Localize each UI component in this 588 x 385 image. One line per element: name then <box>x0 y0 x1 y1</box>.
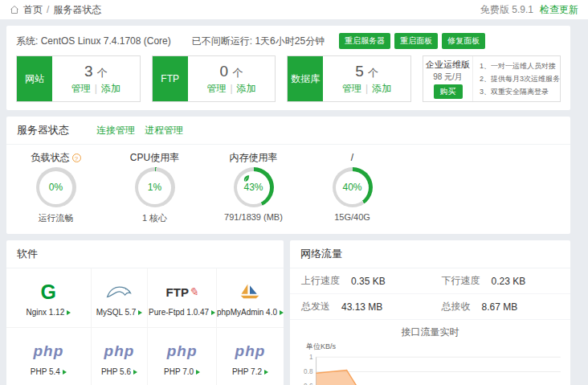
enterprise-price: 98 元/月 <box>433 72 463 83</box>
gauge-cpu-title: CPU使用率 <box>130 151 179 165</box>
network-traffic-panel: 网络流量 上行速度0.35 KB 下行速度0.23 KB 总发送43.13 MB… <box>290 240 570 385</box>
running-status-icon <box>211 310 215 315</box>
ftp-flag: FTP <box>153 56 188 101</box>
enterprise-upsell-card: 企业运维版 98 元/月 购买 1、一对一运维人员对接 2、提供每月3次运维服务… <box>423 55 561 102</box>
link-divider: | <box>230 83 232 94</box>
software-grid: G Nginx 1.12 MySQL 5.7 FTP✎ Pure-Ftpd 1.… <box>6 268 284 385</box>
enterprise-feature: 1、一对一运维人员对接 <box>480 61 560 72</box>
running-status-icon <box>280 310 284 315</box>
chart-title: 接口流量实时 <box>295 326 566 339</box>
database-manage-link[interactable]: 管理 <box>342 83 361 94</box>
breadcrumb-current: 服务器状态 <box>53 3 101 17</box>
gauge-disk-title: / <box>351 152 353 163</box>
php-icon: php <box>104 338 135 364</box>
tab-connection-manage[interactable]: 连接管理 <box>96 124 135 137</box>
topbar-right: 免费版 5.9.1 检查更新 <box>480 3 578 17</box>
repair-panel-button[interactable]: 修复面板 <box>442 33 485 49</box>
software-item-php70[interactable]: php PHP 7.0 <box>148 328 217 385</box>
enterprise-title: 企业运维版 <box>426 59 470 71</box>
overview-panel: 系统: CentOS Linux 7.4.1708 (Core) 已不间断运行:… <box>6 26 570 110</box>
website-manage-link[interactable]: 管理 <box>71 83 91 94</box>
mysql-icon <box>106 279 132 305</box>
running-status-icon <box>264 370 268 375</box>
php-icon: php <box>235 338 266 364</box>
stat-card-ftp: FTP 0 个 管理|添加 <box>152 55 276 102</box>
version-label: 免费版 5.9.1 <box>480 3 533 17</box>
network-traffic-title: 网络流量 <box>300 247 342 261</box>
php-icon: php <box>167 338 198 364</box>
stat-card-website: 网站 3 个 管理|添加 <box>16 55 141 102</box>
traffic-chart-area: 接口流量实时 单位KB/s 00.20.40.60.8117:32:1117:3… <box>290 320 570 385</box>
software-item-nginx[interactable]: G Nginx 1.12 <box>6 268 92 328</box>
cpu-cores-text: 1 核心 <box>142 212 167 224</box>
traffic-chart: 00.20.40.60.8117:32:1117:32:1617:32:2017… <box>295 352 566 385</box>
gauges-row: 负载状态 ? 0% 运行流畅 CPU使用率 1% 1 核心 <box>6 145 570 234</box>
bt-panel-dashboard: 首页 / 服务器状态 免费版 5.9.1 检查更新 系统: CentOS Lin… <box>0 0 588 385</box>
breadcrumb-separator: / <box>47 4 49 15</box>
software-item-mysql[interactable]: MySQL 5.7 <box>92 268 149 328</box>
gauge-disk-root: / 40% 15G/40G <box>303 151 402 224</box>
svg-text:0.6: 0.6 <box>304 382 313 385</box>
memory-usage-text: 791/1839 (MB) <box>224 212 283 222</box>
running-status-icon <box>133 370 137 375</box>
svg-text:1: 1 <box>309 353 313 361</box>
total-sent: 总发送43.13 MB <box>290 294 431 320</box>
load-help-icon[interactable]: ? <box>72 154 81 162</box>
software-item-php72[interactable]: php PHP 7.2 <box>217 328 284 385</box>
server-status-title: 服务器状态 <box>17 123 69 137</box>
website-add-link[interactable]: 添加 <box>101 83 120 94</box>
website-flag: 网站 <box>17 56 52 101</box>
load-status-text: 运行流畅 <box>39 212 74 224</box>
check-update-link[interactable]: 检查更新 <box>540 3 578 17</box>
software-item-php54[interactable]: php PHP 5.4 <box>6 328 92 385</box>
tab-process-manage[interactable]: 进程管理 <box>145 124 183 137</box>
system-action-buttons: 重启服务器 重启面板 修复面板 <box>339 33 485 49</box>
ftp-add-link[interactable]: 添加 <box>237 83 256 94</box>
gauge-memory: 内存使用率 43% 791/1839 (MB) <box>204 151 303 224</box>
enterprise-feature-list: 1、一对一运维人员对接 2、提供每月3次运维服务 3、双重安全隔离登录 <box>473 56 560 101</box>
chart-unit-label: 单位KB/s <box>306 342 566 352</box>
running-status-icon <box>67 310 71 315</box>
memory-percent: 43% <box>243 182 263 193</box>
system-os-label: 系统: CentOS Linux 7.4.1708 (Core) <box>16 35 171 48</box>
gauge-memory-title: 内存使用率 <box>230 151 278 165</box>
running-status-icon <box>196 370 200 375</box>
ftp-manage-link[interactable]: 管理 <box>206 83 226 94</box>
home-icon[interactable] <box>10 5 19 14</box>
database-count: 5 个 <box>355 63 378 80</box>
network-stats: 上行速度0.35 KB 下行速度0.23 KB 总发送43.13 MB 总接收8… <box>290 268 570 320</box>
software-item-php56[interactable]: php PHP 5.6 <box>92 328 149 385</box>
enterprise-buy-button[interactable]: 购买 <box>434 84 463 99</box>
load-percent: 0% <box>49 182 63 193</box>
main-content: 系统: CentOS Linux 7.4.1708 (Core) 已不间断运行:… <box>0 19 588 385</box>
enterprise-feature: 3、双重安全隔离登录 <box>480 87 560 97</box>
gauge-load: 负载状态 ? 0% 运行流畅 <box>6 151 105 224</box>
disk-percent: 40% <box>342 182 361 193</box>
system-info-row: 系统: CentOS Linux 7.4.1708 (Core) 已不间断运行:… <box>16 32 561 50</box>
total-received: 总接收8.67 MB <box>431 294 571 320</box>
restart-server-button[interactable]: 重启服务器 <box>339 33 390 49</box>
top-bar: 首页 / 服务器状态 免费版 5.9.1 检查更新 <box>0 0 588 19</box>
running-status-icon <box>63 370 67 375</box>
downstream-speed: 下行速度0.23 KB <box>431 268 571 294</box>
php-icon: php <box>33 338 63 364</box>
website-count: 3 个 <box>84 63 108 80</box>
svg-text:0.8: 0.8 <box>304 367 313 375</box>
gauge-cpu: CPU使用率 1% 1 核心 <box>105 151 204 224</box>
breadcrumb: 首页 / 服务器状态 <box>10 3 101 17</box>
restart-panel-button[interactable]: 重启面板 <box>394 33 438 49</box>
database-flag: 数据库 <box>288 56 323 101</box>
running-status-icon <box>138 310 142 315</box>
release-memory-leaf-icon[interactable] <box>243 174 251 182</box>
database-add-link[interactable]: 添加 <box>372 83 391 94</box>
software-item-phpmyadmin[interactable]: phpMyAdmin 4.0 <box>217 268 284 328</box>
link-divider: | <box>365 83 368 94</box>
disk-usage-text: 15G/40G <box>334 212 370 222</box>
cpu-percent: 1% <box>148 182 161 193</box>
software-item-pureftpd[interactable]: FTP✎ Pure-Ftpd 1.0.47 <box>148 268 217 328</box>
phpmyadmin-icon <box>239 279 261 305</box>
stat-cards-row: 网站 3 个 管理|添加 FTP 0 个 管理|添加 <box>16 55 561 102</box>
ftp-icon: FTP✎ <box>166 279 198 305</box>
software-title: 软件 <box>17 247 38 261</box>
breadcrumb-home-link[interactable]: 首页 <box>23 3 43 17</box>
